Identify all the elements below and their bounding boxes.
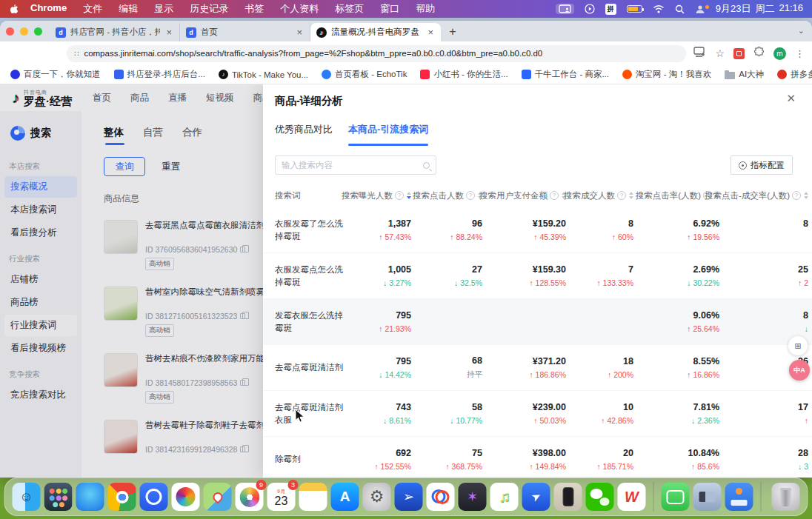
wifi-icon[interactable]	[653, 4, 665, 13]
dock-pinwheel-browser-icon[interactable]	[172, 483, 200, 511]
browser-tab[interactable]: d首页×	[180, 23, 310, 41]
dock-qq-music-icon[interactable]	[490, 483, 519, 511]
help-icon[interactable]: ?	[466, 191, 475, 200]
tab-close-icon[interactable]: ×	[164, 27, 173, 38]
minimize-window-button[interactable]	[20, 27, 28, 36]
dock-mail-swoosh-app-icon[interactable]	[395, 483, 423, 511]
input-method-icon[interactable]: 拼	[605, 4, 616, 15]
dock-notes-icon[interactable]	[299, 483, 327, 511]
extensions-puzzle-icon[interactable]	[753, 47, 765, 61]
extension-pinned-icon[interactable]	[733, 48, 745, 59]
dock-finder-icon[interactable]	[13, 483, 41, 511]
search-icon[interactable]	[423, 162, 430, 169]
menu-item[interactable]: 编辑	[119, 2, 138, 16]
bookmark-item[interactable]: 淘宝网 - 淘！我喜欢	[622, 69, 711, 80]
spotlight-search-icon[interactable]	[675, 4, 685, 14]
dock-system-settings-icon[interactable]	[363, 483, 391, 511]
help-icon[interactable]: ?	[617, 191, 626, 200]
menu-item[interactable]: 帮助	[416, 2, 435, 16]
bookmark-item[interactable]: 小红书 - 你的生活...	[420, 69, 508, 80]
sort-icon[interactable]	[804, 192, 808, 199]
menu-item[interactable]: 文件	[83, 2, 102, 16]
table-row[interactable]: 去霉点霉斑清洁剂795↓ 14.42%68持平¥371.20↑ 186.86%1…	[263, 345, 812, 391]
screen-mirroring-icon[interactable]	[556, 4, 574, 14]
menu-clock[interactable]: 9月23日 周二 21:16	[716, 2, 803, 16]
menu-item[interactable]: 窗口	[380, 2, 399, 16]
table-row[interactable]: 除霉剂692↑ 152.55%75↑ 368.75%¥398.00↑ 149.8…	[263, 437, 812, 478]
apple-menu-icon[interactable]	[9, 4, 19, 15]
menu-item[interactable]: 显示	[154, 2, 173, 16]
dock-trash-icon[interactable]	[772, 483, 800, 511]
bookmark-item[interactable]: 千牛工作台 - 商家...	[522, 69, 609, 80]
dock-rings-app-icon[interactable]	[427, 483, 455, 511]
menu-item[interactable]: 书签	[244, 2, 264, 16]
column-header[interactable]: 搜索用户支付金额?	[482, 190, 566, 201]
help-icon[interactable]: ?	[395, 191, 404, 200]
address-bar[interactable]: ∷ compass.jinritemai.com/shop/search/tra…	[67, 45, 686, 62]
bookmark-star-icon[interactable]: ☆	[715, 47, 725, 59]
tab-close-icon[interactable]: ×	[426, 27, 435, 38]
site-settings-icon[interactable]: ∷	[74, 50, 78, 58]
bookmark-item[interactable]: 拼多多 商家后台	[777, 69, 812, 80]
dock-maps-icon[interactable]	[204, 483, 232, 511]
send-to-device-icon[interactable]	[693, 47, 706, 60]
keyword-search-input[interactable]	[282, 161, 423, 170]
bookmark-label: 抖店登录-抖店后台...	[127, 69, 205, 80]
dock-app-store-icon[interactable]	[331, 483, 359, 511]
tab-search-icon[interactable]: ⌄	[798, 26, 805, 36]
tiktok-favicon-icon	[219, 70, 228, 79]
metric-config-button[interactable]: 指标配置	[731, 155, 793, 175]
table-row[interactable]: 衣服发霉点怎么洗掉霉斑1,005↓ 3.27%27↓ 32.5%¥159.30↑…	[263, 253, 812, 299]
bookmark-item[interactable]: 抖店登录-抖店后台...	[114, 69, 205, 80]
dock-window-preview-icon[interactable]	[693, 483, 722, 511]
dock-blue-wing-app-icon[interactable]	[522, 483, 550, 511]
dock-chrome-icon[interactable]	[108, 483, 136, 511]
dock-calendar-icon[interactable]: 9月233	[267, 483, 296, 511]
translate-extension-icon[interactable]: 中A	[789, 360, 810, 381]
dock-launchpad-icon[interactable]	[44, 483, 73, 511]
chrome-menu-icon[interactable]: ⋮	[795, 48, 805, 59]
column-header[interactable]: 搜索曝光人数?	[343, 190, 411, 201]
dock-photos-icon[interactable]: 9	[236, 483, 264, 511]
profile-avatar[interactable]: m	[773, 47, 786, 60]
dock-wechat-icon[interactable]	[586, 483, 614, 511]
dock-iphone-mirroring-icon[interactable]	[554, 483, 582, 511]
menu-item[interactable]: 个人资料	[280, 2, 319, 16]
bookmark-item[interactable]: 百度一下，你就知道	[10, 69, 101, 80]
bookmark-item[interactable]: TikTok - Make You...	[219, 70, 308, 79]
menu-item[interactable]: 历史记录	[190, 2, 228, 16]
dock-quark-browser-icon[interactable]	[140, 483, 168, 511]
table-row[interactable]: 衣服发霉了怎么洗掉霉斑1,387↑ 57.43%96↑ 88.24%¥159.2…	[263, 207, 812, 253]
tab-excellent-compare[interactable]: 优秀商品对比	[275, 123, 333, 146]
dock-messages-icon[interactable]	[662, 483, 690, 511]
tab-traffic-keywords[interactable]: 本商品-引流搜索词	[348, 123, 428, 146]
now-playing-icon[interactable]	[585, 4, 595, 14]
column-header[interactable]: 搜索点击人数?	[411, 190, 482, 201]
close-window-button[interactable]	[6, 27, 14, 36]
screenshot-extension-icon[interactable]	[788, 336, 808, 355]
zoom-window-button[interactable]	[34, 27, 42, 36]
doudian-favicon-icon: d	[186, 27, 196, 38]
column-header[interactable]: 搜索点击-成交率(人数)?	[719, 190, 808, 201]
battery-icon[interactable]	[627, 5, 642, 13]
close-icon[interactable]: ✕	[786, 92, 796, 105]
tab-close-icon[interactable]: ×	[295, 27, 304, 38]
column-header[interactable]: 搜索成交人数?	[566, 190, 633, 201]
user-switch-icon[interactable]	[695, 4, 705, 14]
menu-item[interactable]: Chrome	[30, 2, 67, 16]
table-row[interactable]: 去霉点霉斑清洁剂衣服743↓ 8.61%58↓ 10.77%¥239.00↑ 5…	[263, 391, 812, 437]
new-tab-button[interactable]: +	[444, 23, 462, 41]
bookmark-item[interactable]: AI大神	[725, 69, 764, 80]
bookmark-item[interactable]: 首页看板 - EchoTik	[322, 69, 407, 80]
help-icon[interactable]: ?	[550, 191, 559, 200]
menu-item[interactable]: 标签页	[335, 2, 364, 16]
help-icon[interactable]: ?	[792, 191, 801, 200]
dock-blue-mascot-app-icon[interactable]	[725, 483, 753, 511]
dock-wps-office-icon[interactable]	[618, 483, 646, 511]
browser-tab[interactable]: 流量概况-抖音电商罗盘×	[310, 23, 441, 41]
dock-imovie-icon[interactable]	[459, 483, 487, 511]
metric-value: 17	[719, 402, 808, 412]
table-row[interactable]: 发霉衣服怎么洗掉霉斑795↑ 21.93%9.06%↑ 25.64%8↓	[263, 299, 812, 345]
browser-tab[interactable]: d抖店官网 - 抖音小店，抖音电...×	[50, 23, 180, 41]
dock-safari-icon[interactable]	[76, 483, 104, 511]
